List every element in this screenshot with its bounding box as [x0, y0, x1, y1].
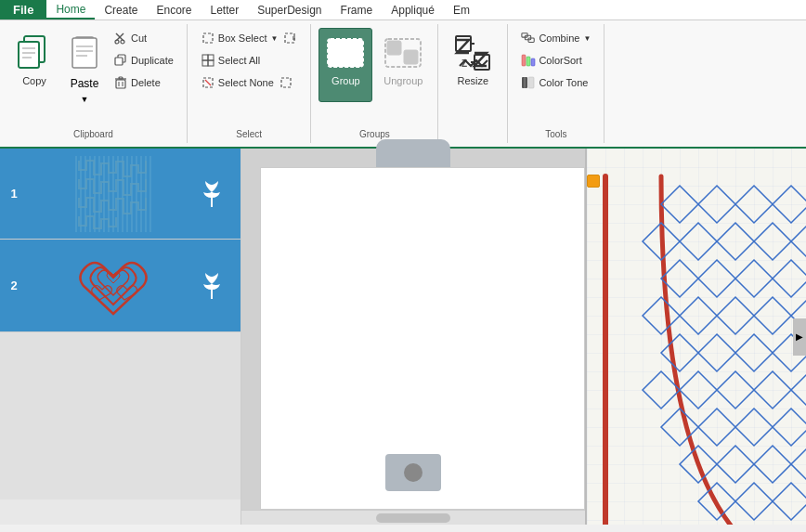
h-scrollbar[interactable] — [241, 510, 585, 525]
item-preview-1 — [28, 152, 198, 236]
ribbon: Copy Paste — [0, 20, 806, 149]
svg-rect-38 — [456, 36, 471, 51]
select-none-icon — [201, 75, 215, 90]
box-select-alt-icon — [282, 31, 297, 45]
combine-label: Combine — [539, 32, 579, 44]
hoop-screw — [404, 463, 422, 482]
svg-rect-27 — [202, 60, 208, 66]
svg-rect-35 — [387, 41, 401, 55]
box-select-icon — [201, 31, 215, 45]
resize-button[interactable]: Z Resize — [446, 28, 500, 102]
svg-rect-28 — [208, 60, 214, 66]
box-select-button[interactable]: Box Select ▼ — [195, 28, 304, 48]
delete-button[interactable]: Delete — [108, 72, 179, 93]
item-number-1: 1 — [0, 187, 28, 201]
clipboard-group-label: Clipboard — [73, 129, 113, 139]
resize-label: Resize — [458, 75, 489, 87]
combine-icon — [521, 31, 536, 45]
ribbon-group-groups: Group Ungroup Groups — [311, 24, 438, 143]
paste-col: Paste ▼ — [63, 28, 106, 106]
menu-encore[interactable]: Encore — [147, 0, 201, 19]
svg-rect-9 — [76, 55, 87, 57]
svg-rect-36 — [404, 50, 418, 64]
paste-dropdown[interactable]: ▼ — [63, 93, 106, 106]
box-select-arrow: ▼ — [270, 34, 278, 43]
ribbon-group-resize: Z Resize . — [438, 24, 508, 143]
cut-label: Cut — [131, 32, 147, 44]
select-small-col: Box Select ▼ — [195, 28, 304, 93]
menu-applique[interactable]: Appliqué — [382, 0, 444, 19]
colorsort-label: ColorSort — [539, 55, 581, 66]
delete-label: Delete — [131, 77, 161, 88]
svg-rect-26 — [208, 55, 214, 60]
left-panel: 1 — [0, 149, 241, 525]
svg-rect-18 — [119, 77, 123, 79]
svg-rect-21 — [203, 33, 213, 43]
combine-button[interactable]: Combine ▼ — [515, 28, 596, 48]
select-all-icon — [201, 53, 215, 68]
group-label: Group — [332, 75, 360, 87]
ribbon-group-tools: Combine ▼ ColorSort — [508, 24, 604, 143]
paste-arrow-icon: ▼ — [81, 95, 89, 104]
select-all-label: Select All — [218, 55, 260, 66]
design-item-2[interactable]: 2 — [0, 240, 240, 332]
hatch-pattern — [72, 156, 155, 232]
duplicate-icon — [113, 53, 128, 68]
svg-rect-46 — [522, 55, 526, 66]
cut-button[interactable]: Cut — [108, 28, 179, 48]
ungroup-button[interactable]: Ungroup — [376, 28, 430, 102]
paste-label: Paste — [71, 77, 99, 90]
colortone-button[interactable]: Color Tone — [515, 72, 596, 93]
menu-em[interactable]: Em — [444, 0, 479, 19]
colorsort-icon — [521, 53, 536, 68]
scroll-right-btn[interactable]: ▶ — [793, 318, 806, 356]
colorsort-button[interactable]: ColorSort — [515, 50, 596, 71]
svg-rect-6 — [72, 38, 97, 68]
menu-frame[interactable]: Frame — [332, 0, 383, 19]
item-number-2: 2 — [0, 279, 28, 292]
design-list-empty — [0, 332, 240, 500]
svg-rect-47 — [526, 57, 530, 66]
h-scroll-thumb[interactable] — [376, 513, 450, 523]
svg-line-30 — [205, 80, 211, 85]
select-none-label: Select None — [218, 77, 274, 88]
paste-button[interactable]: Paste — [63, 28, 106, 93]
paste-icon — [68, 31, 101, 77]
canvas-area — [241, 149, 585, 525]
menu-bar: File Home Create Encore Letter SuperDesi… — [0, 0, 806, 20]
menu-home[interactable]: Home — [46, 0, 95, 19]
tools-group-label: Tools — [545, 129, 566, 139]
select-none-button[interactable]: Select None — [195, 72, 304, 93]
delete-icon — [113, 75, 128, 90]
hoop-top-handle — [376, 139, 450, 167]
copy-button[interactable]: Copy — [7, 28, 61, 102]
menu-superdesign[interactable]: SuperDesign — [248, 0, 331, 19]
item-icon-2 — [198, 269, 231, 303]
groups-buttons: Group Ungroup — [318, 28, 430, 127]
hoop-bottom — [385, 454, 441, 491]
item-preview-2 — [28, 244, 198, 328]
resize-icon: Z — [452, 32, 493, 73]
svg-rect-3 — [22, 52, 35, 54]
copy-label: Copy — [22, 75, 46, 87]
box-select-label: Box Select — [218, 32, 267, 44]
svg-rect-4 — [22, 57, 32, 58]
design-item-1[interactable]: 1 — [0, 149, 240, 240]
cut-icon — [113, 31, 128, 45]
select-group-label: Select — [236, 129, 262, 139]
resize-buttons: Z Resize — [446, 28, 500, 127]
menu-letter[interactable]: Letter — [201, 0, 248, 19]
canvas-bg[interactable] — [241, 149, 585, 510]
copy-icon — [14, 32, 55, 73]
ungroup-label: Ungroup — [384, 75, 422, 87]
group-button[interactable]: Group — [318, 28, 372, 102]
clipboard-buttons: Copy Paste — [7, 28, 179, 127]
combine-arrow: ▼ — [583, 34, 591, 43]
svg-rect-25 — [202, 55, 208, 60]
select-all-button[interactable]: Select All — [195, 50, 304, 71]
menu-create[interactable]: Create — [95, 0, 147, 19]
menu-file[interactable]: File — [0, 0, 46, 19]
main-area: 1 — [0, 149, 806, 525]
duplicate-button[interactable]: Duplicate — [108, 50, 179, 71]
svg-rect-1 — [19, 42, 39, 68]
